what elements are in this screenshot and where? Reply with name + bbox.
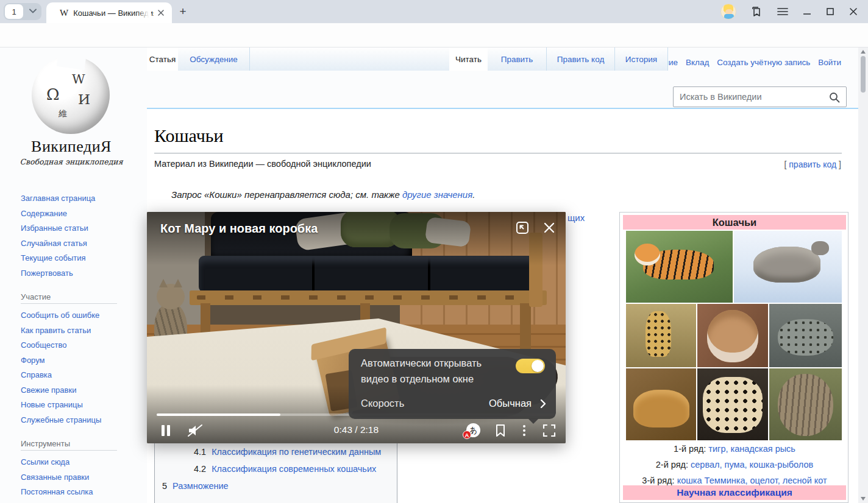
create-account-link[interactable]: Создать учётную запись <box>717 58 810 67</box>
speed-value[interactable]: Обычная <box>489 398 532 409</box>
sidebar-group-main: Заглавная страница Содержание Избранные … <box>21 191 134 281</box>
infobox-image-temminck-cat[interactable] <box>626 368 696 440</box>
maximize-icon[interactable] <box>825 7 835 16</box>
sidebar-item[interactable]: Пожертвовать <box>21 266 134 281</box>
sidebar-item[interactable]: Избранные статьи <box>21 221 134 236</box>
tab-edit-label[interactable]: Править <box>501 55 533 64</box>
sidebar-item[interactable]: Текущие события <box>21 251 134 266</box>
wikipedia-logo[interactable]: Ω W И 維 ВикипедиЯ Свободная энциклопедия <box>13 52 129 174</box>
sidebar-item[interactable]: Содержание <box>21 206 134 222</box>
infobox-image-fishing-cat[interactable] <box>769 304 842 367</box>
wiki-search-box[interactable] <box>673 86 847 107</box>
video-top-icons <box>514 220 557 236</box>
video-more-icon[interactable] <box>521 424 528 437</box>
tab-count-badge[interactable]: 1 <box>5 4 23 19</box>
sidebar-link[interactable]: Новые страницы <box>21 400 83 409</box>
tab-edit-source-label[interactable]: Править код <box>557 55 605 64</box>
side-panels-icon[interactable] <box>750 5 763 18</box>
fullscreen-icon[interactable] <box>542 424 556 437</box>
sidebar-link[interactable]: Случайная статья <box>21 239 87 248</box>
translate-video-icon[interactable]: あA <box>466 423 480 437</box>
tab-edit[interactable]: Править <box>488 47 547 71</box>
video-close-icon[interactable] <box>541 220 557 236</box>
tab-close-icon[interactable] <box>156 8 166 18</box>
sidebar-item[interactable]: Постоянная ссылка <box>21 485 134 500</box>
sidebar-link[interactable]: Справка <box>21 370 52 379</box>
infobox-image-serval[interactable] <box>626 304 696 367</box>
infobox-image-canada-lynx[interactable] <box>734 231 842 303</box>
window-close-icon[interactable] <box>848 7 858 16</box>
browser-tab-active[interactable]: W Кошачьи — Википедия <box>46 2 172 23</box>
scroll-up-arrow[interactable] <box>861 50 866 54</box>
sidebar-item[interactable]: Как править статьи <box>21 323 134 339</box>
menu-icon[interactable] <box>777 7 789 16</box>
sidebar-link[interactable]: Сообщество <box>21 340 67 350</box>
sidebar-link[interactable]: Форум <box>21 356 45 365</box>
clipped-article-text[interactable]: щих <box>567 213 585 223</box>
tab-talk[interactable]: Обсуждение <box>178 47 250 71</box>
tab-talk-label[interactable]: Обсуждение <box>190 55 238 64</box>
toc-link[interactable]: Классификация по генетическим данным <box>212 447 381 457</box>
tab-edit-source[interactable]: Править код <box>547 47 615 71</box>
scientific-classification-link[interactable]: Научная классификация <box>623 485 846 500</box>
toc-item[interactable]: 5Размножение <box>162 481 229 491</box>
tab-read[interactable]: Читать <box>449 47 488 71</box>
sidebar-link[interactable]: Ссылки сюда <box>21 457 69 466</box>
sidebar-item[interactable]: Ссылки сюда <box>21 455 134 470</box>
picture-in-picture-icon[interactable] <box>514 220 530 236</box>
login-link[interactable]: Войти <box>818 58 841 67</box>
sidebar-link[interactable]: Заглавная страница <box>21 194 95 203</box>
toc-link[interactable]: Размножение <box>173 481 229 491</box>
caption-links[interactable]: кошка Темминка, оцелот, лесной кот <box>677 476 827 485</box>
video-player[interactable]: Кот Мару и новая коробка 0:43 / 2:18 あA … <box>147 212 566 443</box>
toc-item[interactable]: 4.2Классификация современных кошачьих <box>194 464 376 474</box>
search-icon[interactable] <box>829 92 840 103</box>
sidebar-item[interactable]: Случайная статья <box>21 236 134 252</box>
sidebar-item[interactable]: Сообщить об ошибке <box>21 308 134 323</box>
infobox-image-puma[interactable] <box>697 304 768 367</box>
hatnote-link[interactable]: другие значения <box>402 189 472 200</box>
sidebar-item[interactable]: Заглавная страница <box>21 191 134 206</box>
scrollbar-thumb[interactable] <box>861 56 866 93</box>
infobox-image-ocelot[interactable] <box>697 368 768 440</box>
sidebar-link[interactable]: Служебные страницы <box>21 415 101 424</box>
chevron-right-icon[interactable] <box>540 399 546 409</box>
new-tab-button[interactable]: + <box>176 4 190 19</box>
tab-history-label[interactable]: История <box>625 55 657 64</box>
sidebar-link[interactable]: Связанные правки <box>21 473 89 482</box>
edit-source-link[interactable]: править код <box>789 160 836 169</box>
sidebar-item[interactable]: Сообщество <box>21 338 134 353</box>
sidebar-link[interactable]: Содержание <box>21 209 67 218</box>
autoplay-toggle[interactable] <box>516 359 545 373</box>
video-bookmark-icon[interactable] <box>495 424 506 437</box>
sidebar-link[interactable]: Сообщить об ошибке <box>21 311 99 320</box>
chevron-down-icon[interactable] <box>29 9 37 13</box>
toc-item[interactable]: 4.1Классификация по генетическим данным <box>194 447 381 457</box>
caption-links[interactable]: сервал, пума, кошка-рыболов <box>691 460 813 470</box>
alice-avatar-icon[interactable] <box>720 4 736 19</box>
tab-history[interactable]: История <box>615 47 668 71</box>
sidebar-item[interactable]: Справка <box>21 368 134 383</box>
personal-contrib-link[interactable]: Вклад <box>686 58 709 67</box>
sidebar-link[interactable]: Пожертвовать <box>21 269 73 278</box>
page-scrollbar[interactable] <box>858 47 868 503</box>
sidebar-link[interactable]: Текущие события <box>21 253 86 262</box>
wiki-search-input[interactable] <box>680 90 820 104</box>
sidebar-link[interactable]: Как править статьи <box>21 326 91 335</box>
sidebar-link[interactable]: Избранные статьи <box>21 223 88 233</box>
scroll-down-arrow[interactable] <box>861 497 866 501</box>
sidebar-link[interactable]: Свежие правки <box>21 385 76 395</box>
sidebar-item[interactable]: Связанные правки <box>21 470 134 485</box>
sidebar-item[interactable]: Форум <box>21 353 134 368</box>
sidebar-item[interactable]: Новые страницы <box>21 398 134 413</box>
minimize-icon[interactable] <box>802 7 812 16</box>
caption-links[interactable]: тигр, канадская рысь <box>708 444 795 454</box>
infobox-image-wildcat[interactable] <box>769 368 842 440</box>
sidebar-link[interactable]: Постоянная ссылка <box>21 487 93 496</box>
sidebar-item[interactable]: Свежие правки <box>21 383 134 398</box>
infobox-image-tiger[interactable] <box>626 231 733 303</box>
toc-link[interactable]: Классификация современных кошачьих <box>212 464 376 474</box>
tab-article[interactable]: Статья <box>147 47 178 71</box>
sidebar-item[interactable]: Служебные страницы <box>21 413 134 428</box>
tab-group-button[interactable]: 1 <box>4 3 41 20</box>
